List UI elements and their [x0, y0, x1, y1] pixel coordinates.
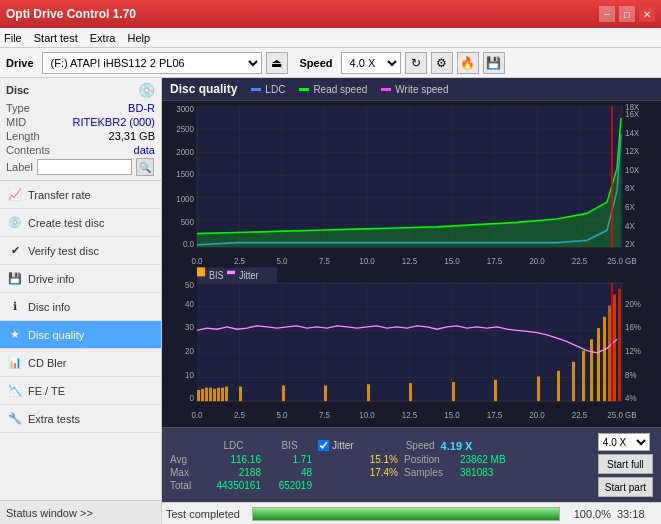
speed-set-select[interactable]: 4.0 X [598, 433, 650, 451]
svg-rect-98 [557, 371, 560, 401]
svg-rect-90 [239, 387, 242, 402]
nav-verify-test-disc[interactable]: ✔ Verify test disc [0, 237, 161, 265]
nav-fe-te[interactable]: 📉 FE / TE [0, 377, 161, 405]
svg-text:1000: 1000 [176, 194, 194, 205]
svg-text:40: 40 [185, 298, 194, 309]
svg-text:4X: 4X [625, 221, 635, 232]
nav-create-test-disc[interactable]: 💿 Create test disc [0, 209, 161, 237]
svg-rect-82 [197, 390, 200, 401]
svg-rect-93 [367, 384, 370, 401]
svg-text:12.5: 12.5 [402, 256, 418, 267]
total-label: Total [170, 480, 200, 491]
disc-length-value: 23,31 GB [109, 130, 155, 142]
svg-text:12X: 12X [625, 145, 640, 156]
start-part-button[interactable]: Start part [598, 477, 653, 497]
drive-select[interactable]: (F:) ATAPI iHBS112 2 PL06 [42, 52, 262, 74]
disc-panel: Disc 💿 Type BD-R MID RITEKBR2 (000) Leng… [0, 78, 161, 181]
burn-button[interactable]: 🔥 [457, 52, 479, 74]
menu-start-test[interactable]: Start test [34, 32, 78, 44]
nav-items: 📈 Transfer rate 💿 Create test disc ✔ Ver… [0, 181, 161, 500]
svg-text:0.0: 0.0 [191, 256, 202, 267]
svg-rect-94 [409, 383, 412, 401]
disc-label-label: Label [6, 161, 33, 173]
main-chart-svg: 0.0 500 1000 1500 2000 2500 3000 2X 4X 6… [162, 101, 661, 427]
drive-label: Drive [6, 57, 34, 69]
chart-title: Disc quality [170, 82, 237, 96]
disc-info-icon: ℹ [8, 300, 22, 314]
svg-rect-89 [225, 387, 228, 402]
svg-text:50: 50 [185, 279, 194, 290]
svg-rect-100 [582, 351, 585, 402]
close-button[interactable]: ✕ [639, 6, 655, 22]
nav-cd-bler[interactable]: 📊 CD Bler [0, 349, 161, 377]
bis-avg: 1.71 [267, 454, 312, 465]
charts-container: 0.0 500 1000 1500 2000 2500 3000 2X 4X 6… [162, 101, 661, 502]
titlebar: Opti Drive Control 1.70 − □ ✕ [0, 0, 661, 28]
nav-disc-quality-label: Disc quality [28, 329, 84, 341]
nav-extra-tests-label: Extra tests [28, 413, 80, 425]
svg-rect-101 [590, 339, 593, 401]
nav-drive-info[interactable]: 💾 Drive info [0, 265, 161, 293]
svg-text:10.0: 10.0 [359, 256, 375, 267]
svg-text:22.5: 22.5 [572, 256, 588, 267]
nav-transfer-rate[interactable]: 📈 Transfer rate [0, 181, 161, 209]
disc-type-value: BD-R [128, 102, 155, 114]
svg-text:0: 0 [190, 393, 195, 404]
refresh-button[interactable]: ↻ [405, 52, 427, 74]
bis-total: 652019 [267, 480, 312, 491]
samples-label: Samples [404, 467, 454, 478]
legend-ldc-label: LDC [265, 84, 285, 95]
svg-text:2.5: 2.5 [234, 256, 245, 267]
svg-text:20: 20 [185, 345, 194, 356]
jitter-max: 17.4% [318, 467, 398, 478]
transfer-rate-icon: 📈 [8, 188, 22, 202]
verify-test-disc-icon: ✔ [8, 244, 22, 258]
menu-help[interactable]: Help [127, 32, 150, 44]
status-window-button[interactable]: Status window >> [0, 500, 161, 524]
maximize-button[interactable]: □ [619, 6, 635, 22]
progress-time: 33:18 [617, 508, 657, 520]
svg-text:10: 10 [185, 369, 194, 380]
svg-rect-95 [452, 382, 455, 401]
eject-button[interactable]: ⏏ [266, 52, 288, 74]
svg-text:BIS: BIS [209, 269, 223, 281]
svg-rect-97 [537, 376, 540, 401]
nav-disc-info[interactable]: ℹ Disc info [0, 293, 161, 321]
stats-bar: LDC BIS Jitter Speed 4.19 X Avg 116.16 [162, 427, 661, 502]
minimize-button[interactable]: − [599, 6, 615, 22]
svg-rect-84 [205, 388, 208, 401]
read-speed-color [299, 88, 309, 91]
start-full-button[interactable]: Start full [598, 454, 653, 474]
svg-text:15.0: 15.0 [444, 410, 460, 421]
jitter-checkbox[interactable] [318, 440, 329, 451]
nav-extra-tests[interactable]: 🔧 Extra tests [0, 405, 161, 433]
config-button[interactable]: ⚙ [431, 52, 453, 74]
ldc-header: LDC [206, 440, 261, 451]
menu-extra[interactable]: Extra [90, 32, 116, 44]
svg-text:5.0: 5.0 [276, 256, 287, 267]
svg-text:10.0: 10.0 [359, 410, 375, 421]
speed-select[interactable]: 4.0 X 1.0 X 2.0 X 8.0 X MAX [341, 52, 401, 74]
menu-file[interactable]: File [4, 32, 22, 44]
svg-text:2500: 2500 [176, 124, 194, 135]
nav-disc-info-label: Disc info [28, 301, 70, 313]
svg-rect-96 [494, 380, 497, 401]
jitter-checkbox-area: Jitter [318, 440, 354, 451]
position-value: 23862 MB [460, 454, 506, 465]
disc-length-label: Length [6, 130, 40, 142]
svg-rect-102 [597, 328, 600, 401]
svg-text:14X: 14X [625, 127, 640, 138]
svg-text:8%: 8% [625, 369, 637, 380]
nav-disc-quality[interactable]: ★ Disc quality [0, 321, 161, 349]
svg-rect-87 [217, 388, 220, 401]
save-button[interactable]: 💾 [483, 52, 505, 74]
chart-header: Disc quality LDC Read speed Write speed [162, 78, 661, 101]
svg-text:Jitter: Jitter [239, 269, 259, 281]
fe-te-icon: 📉 [8, 384, 22, 398]
svg-text:6X: 6X [625, 202, 635, 213]
speed-label: Speed [300, 57, 333, 69]
svg-text:17.5: 17.5 [487, 410, 503, 421]
disc-label-input[interactable] [37, 159, 132, 175]
bis-max: 48 [267, 467, 312, 478]
disc-label-btn[interactable]: 🔍 [136, 158, 154, 176]
